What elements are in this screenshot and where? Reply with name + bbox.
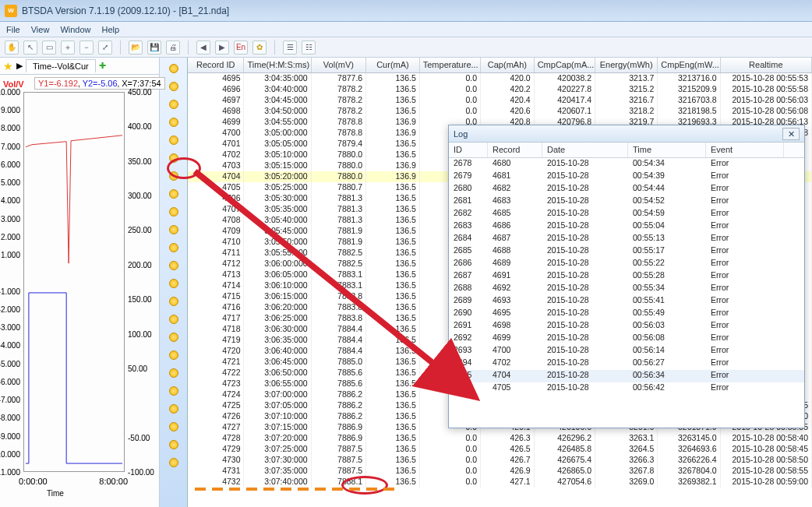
column-header[interactable]: CmpCap(mA...	[535, 58, 595, 72]
zoom-in-icon[interactable]: ＋	[61, 40, 75, 55]
plot[interactable]	[23, 92, 125, 472]
bulb-icon[interactable]	[169, 118, 178, 127]
table-row[interactable]: 268446872015-10-2800:55:13Error	[449, 233, 804, 245]
bulb-icon[interactable]	[169, 386, 178, 396]
y2-ticks: 450.00400.00350.00300.00250.00200.00150.…	[126, 92, 157, 472]
column-header[interactable]: Time	[628, 143, 706, 157]
menu-help[interactable]: Help	[102, 25, 120, 34]
table-row[interactable]: 46963:04:40:0007878.2136.50.0420.2420227…	[188, 84, 812, 95]
bulb-icon[interactable]	[169, 82, 178, 91]
bulb-icon[interactable]	[169, 315, 178, 324]
column-header[interactable]: Realtime	[721, 58, 812, 72]
table-row[interactable]: 268746912015-10-2800:55:28Error	[449, 270, 804, 283]
fit-icon[interactable]: ⤢	[98, 40, 112, 55]
bulb-icon[interactable]	[169, 350, 178, 360]
menu-file[interactable]: File	[6, 25, 20, 34]
chart-panel: ★ ▶ Time--Vol&Cur ✚ Vol/V Y1=-6.192, Y2=…	[0, 58, 160, 507]
column-header[interactable]: Cur(mA)	[366, 58, 420, 72]
column-header[interactable]: Vol(mV)	[312, 58, 367, 72]
column-header[interactable]: Event	[706, 143, 784, 157]
open-icon[interactable]: 📂	[129, 40, 143, 55]
log-titlebar[interactable]: Log ✕	[449, 125, 804, 143]
table-row[interactable]: 268346862015-10-2800:55:04Error	[449, 220, 804, 233]
panel1-icon[interactable]: ☰	[283, 40, 297, 55]
table-row[interactable]: 46973:04:45:0007878.2136.50.0420.4420417…	[188, 95, 812, 106]
table-row[interactable]: 47303:07:30:0007887.5136.50.0426.7426675…	[188, 455, 812, 466]
table-row[interactable]: 267946812015-10-2800:54:39Error	[449, 171, 804, 183]
bulb-icon[interactable]	[169, 368, 178, 378]
bulb-icon[interactable]	[169, 297, 178, 306]
bulb-icon[interactable]	[169, 64, 178, 73]
print-icon[interactable]: 🖨	[166, 40, 180, 55]
table-row[interactable]: 269447022015-10-2800:56:27Error	[449, 357, 804, 370]
forward-icon[interactable]: ▶	[215, 40, 229, 55]
table-row[interactable]: 268246852015-10-2800:54:59Error	[449, 208, 804, 220]
bulb-icon[interactable]	[169, 171, 178, 181]
column-header[interactable]: ID	[449, 143, 488, 157]
column-header[interactable]: Cap(mAh)	[481, 58, 535, 72]
bulb-icon[interactable]	[169, 153, 178, 163]
bulb-icon[interactable]	[169, 422, 178, 431]
lang-icon[interactable]: En	[234, 40, 248, 55]
table-row[interactable]: 47283:07:20:0007886.9136.50.0426.3426296…	[188, 433, 812, 444]
table-row[interactable]: 47293:07:25:0007887.5136.50.0426.5426485…	[188, 444, 812, 455]
save-icon[interactable]: 💾	[147, 40, 161, 55]
add-tab-icon[interactable]: ✚	[99, 61, 106, 71]
window-title: BTSDA Version 7.1.19 (2009.12.10) - [B1_…	[22, 5, 229, 16]
table-row[interactable]: 269347002015-10-2800:56:14Error	[449, 345, 804, 357]
star-icon[interactable]: ★	[3, 60, 13, 72]
menu-window[interactable]: Window	[60, 25, 90, 34]
pointer-icon[interactable]: ↖	[23, 40, 37, 55]
table-row[interactable]: 46983:04:50:0007878.2136.50.0420.6420607…	[188, 106, 812, 117]
panel2-icon[interactable]: ☷	[302, 40, 316, 55]
table-row[interactable]: 268946932015-10-2800:55:41Error	[449, 295, 804, 308]
menu-view[interactable]: View	[31, 25, 50, 34]
table-row[interactable]: 267846802015-10-2800:54:34Error	[449, 158, 804, 171]
bulb-icon[interactable]	[169, 243, 178, 252]
bulb-icon[interactable]	[169, 261, 178, 270]
box-icon[interactable]: ▭	[42, 40, 56, 55]
arrow-icon[interactable]: ▶	[16, 61, 23, 71]
settings-icon[interactable]: ✿	[252, 40, 267, 55]
table-row[interactable]: 268546882015-10-2800:55:17Error	[449, 245, 804, 258]
bulb-icon[interactable]	[169, 279, 178, 288]
table-row[interactable]: 269246992015-10-2800:56:08Error	[449, 333, 804, 345]
zoom-out-icon[interactable]: －	[79, 40, 94, 55]
table-row[interactable]: 269046952015-10-2800:55:49Error	[449, 308, 804, 320]
table-row[interactable]: 46953:04:35:0007877.6136.50.0420.0420038…	[188, 73, 812, 84]
table-row[interactable]: 268646892015-10-2800:55:22Error	[449, 258, 804, 270]
tab-time-vol-cur[interactable]: Time--Vol&Cur	[26, 59, 96, 72]
table-row[interactable]: 269146982015-10-2800:56:03Error	[449, 320, 804, 333]
column-header[interactable]: Record	[488, 143, 542, 157]
table-row[interactable]: 47323:07:40:0007888.1136.50.0427.1427054…	[188, 477, 812, 488]
column-header[interactable]: Time(H:M:S:ms)	[244, 58, 311, 72]
close-icon[interactable]: ✕	[782, 128, 800, 140]
bulb-icon[interactable]	[169, 333, 178, 342]
back-icon[interactable]: ◀	[196, 40, 210, 55]
column-header[interactable]: CmpEng(mW...	[658, 58, 720, 72]
bulb-icon[interactable]	[169, 207, 178, 217]
table-row[interactable]: 269547042015-10-2800:56:34Error	[449, 370, 804, 382]
hand-icon[interactable]: ✋	[5, 40, 19, 55]
column-header[interactable]: Energy(mWh)	[595, 58, 658, 72]
bulb-icon[interactable]	[169, 189, 178, 199]
chart-area[interactable]: Vol/V Y1=-6.192, Y2=-5.06, X=7:37:54 10.…	[0, 75, 159, 507]
toolbar: ✋ ↖ ▭ ＋ － ⤢ 📂 💾 🖨 ◀ ▶ En ✿ ☰ ☷	[0, 37, 812, 58]
column-header[interactable]: Record ID	[188, 58, 244, 72]
table-row[interactable]: 268846922015-10-2800:55:34Error	[449, 283, 804, 295]
column-header[interactable]: Temperature...	[420, 58, 481, 72]
table-row[interactable]: 268046822015-10-2800:54:44Error	[449, 183, 804, 195]
bulb-icon[interactable]	[169, 225, 178, 234]
table-row[interactable]: 268146832015-10-2800:54:52Error	[449, 195, 804, 208]
table-row[interactable]: 47313:07:35:0007887.5136.50.0426.9426865…	[188, 466, 812, 477]
bulb-icon[interactable]	[169, 136, 178, 145]
bulb-icon[interactable]	[169, 100, 178, 109]
grid-header: Record IDTime(H:M:S:ms)Vol(mV)Cur(mA)Tem…	[188, 58, 812, 73]
table-row[interactable]: 269647052015-10-2800:56:42Error	[449, 382, 804, 395]
bulb-icon[interactable]	[169, 440, 178, 449]
log-window[interactable]: Log ✕ IDRecordDateTimeEvent 267846802015…	[448, 125, 805, 428]
bulb-icon[interactable]	[169, 458, 178, 467]
log-body[interactable]: 267846802015-10-2800:54:34Error267946812…	[449, 158, 804, 395]
column-header[interactable]: Date	[542, 143, 628, 157]
bulb-icon[interactable]	[169, 404, 178, 414]
